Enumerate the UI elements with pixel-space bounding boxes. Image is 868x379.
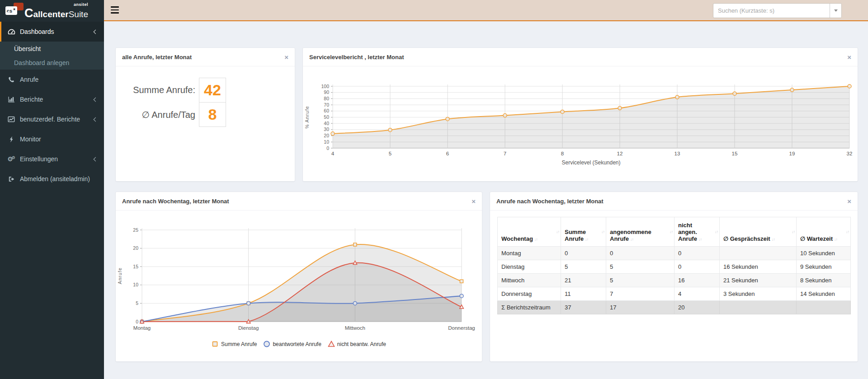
bar-chart-icon	[7, 96, 16, 103]
table-cell: 3 Sekunden	[720, 287, 797, 301]
data-point-marker	[618, 106, 622, 110]
sort-icon: ↓↑	[556, 229, 559, 234]
panel-title: Servicelevelbericht , letzter Monat	[309, 54, 404, 61]
panel-header: alle Anrufe, letzter Monat ×	[116, 48, 295, 66]
table-column-header[interactable]: nicht angen. Anrufe↓↑↓↑	[675, 217, 720, 247]
table-column-header[interactable]: Summe Anrufe↓↑↓↑	[561, 217, 606, 247]
table-head: Wochentag↓↑↓↑Summe Anrufe↓↑↓↑angenommene…	[498, 217, 851, 247]
table-cell: 17	[606, 301, 675, 314]
sidebar-item-anrufe[interactable]: Anrufe	[0, 70, 104, 89]
svg-text:Dienstag: Dienstag	[238, 325, 259, 331]
sort-icon: ↓↑	[585, 237, 588, 242]
metric-row-anrufe-tag: ∅ Anrufe/Tag 8	[116, 103, 295, 127]
gears-icon: ⚙⚙	[7, 156, 16, 162]
sidebar-item-benutzerdef-berichte[interactable]: benutzerdef. Berichte	[0, 109, 104, 129]
sidebar-item-abmelden[interactable]: Abmelden (ansiteladmin)	[0, 169, 104, 189]
data-point-marker	[331, 132, 335, 136]
servicelevel-chart: 0102030405060708090100456781213151932% A…	[303, 66, 857, 181]
sidebar-item-monitor[interactable]: Monitor	[0, 129, 104, 149]
svg-text:90: 90	[324, 89, 329, 95]
panel-anrufe-wochentag-table: Anrufe nach Wochentag, letzter Monat × W…	[490, 192, 858, 362]
svg-text:15: 15	[732, 151, 738, 156]
sidebar-item-label: benutzerdef. Berichte	[20, 116, 80, 123]
metrics: Summe Anrufe: 42 ∅ Anrufe/Tag 8	[116, 66, 295, 127]
sort-icon: ↓↑	[834, 237, 837, 242]
sidebar-item-einstellungen[interactable]: ⚙⚙ Einstellungen	[0, 149, 104, 169]
svg-text:5: 5	[136, 300, 138, 306]
legend-item[interactable]: Summe Anrufe	[212, 341, 257, 347]
panel-header: Anrufe nach Wochentag, letzter Monat ×	[116, 192, 482, 211]
sidebar-item-dashboards[interactable]: Dashboards	[0, 22, 104, 42]
submenu-item-label: Dashboard anlegen	[14, 59, 69, 66]
table-cell	[720, 247, 797, 260]
chevron-left-icon	[94, 97, 98, 102]
table-cell: 4	[675, 287, 720, 301]
svg-text:20: 20	[324, 133, 329, 138]
close-icon[interactable]: ×	[472, 198, 476, 205]
legend-label: nicht beantw. Anrufe	[337, 341, 386, 347]
data-point-marker	[733, 92, 736, 95]
table-column-header[interactable]: ∅ Wartezeit↓↑↓↑	[797, 217, 851, 247]
table-cell: 21	[561, 274, 606, 287]
table-cell: 0	[675, 260, 720, 274]
data-point-marker	[460, 280, 463, 283]
app-logo[interactable]: cs★ ansitel CallcenterSuite	[0, 0, 104, 22]
sort-icon: ↓↑	[792, 229, 795, 234]
svg-text:Montag: Montag	[133, 325, 151, 331]
column-label: nicht angen. Anrufe	[678, 222, 697, 242]
brand-light: Suite	[69, 9, 88, 19]
svg-text:60: 60	[324, 108, 329, 113]
search-input[interactable]	[713, 4, 830, 18]
svg-text:13: 13	[675, 151, 680, 156]
close-icon[interactable]: ×	[847, 54, 851, 61]
sidebar-item-label: Anrufe	[20, 76, 38, 83]
table-cell: 10 Sekunden	[797, 247, 851, 260]
column-label: ∅ Gesprächszeit	[723, 235, 770, 242]
svg-text:12: 12	[617, 151, 623, 156]
close-icon[interactable]: ×	[847, 198, 851, 205]
sort-icon: ↓↑	[630, 237, 633, 242]
svg-text:4: 4	[331, 151, 335, 156]
svg-text:7: 7	[504, 151, 506, 156]
brand-text: ansitel CallcenterSuite	[24, 3, 88, 19]
panel-title: Anrufe nach Wochentag, letzter Monat	[496, 198, 604, 205]
sidebar-item-label: Abmelden (ansiteladmin)	[20, 175, 90, 182]
sidebar-item-label: Monitor	[20, 136, 41, 143]
legend-label: Summe Anrufe	[221, 341, 257, 347]
legend-item[interactable]: beantwortete Anrufe	[263, 341, 321, 347]
table-column-header[interactable]: Wochentag↓↑↓↑	[498, 217, 561, 247]
column-label: Wochentag	[501, 235, 533, 242]
close-icon[interactable]: ×	[284, 54, 288, 61]
table-column-header[interactable]: ∅ Gesprächszeit↓↑↓↑	[720, 217, 797, 247]
sort-icon: ↓↑	[846, 229, 849, 234]
table-cell: Dienstag	[498, 260, 561, 274]
table-row: Montag00010 Sekunden	[498, 247, 851, 260]
svg-text:20: 20	[133, 245, 138, 251]
data-point-marker	[675, 95, 679, 99]
svg-text:10: 10	[133, 282, 138, 287]
sidebar-item-berichte[interactable]: Berichte	[0, 89, 104, 109]
panel-servicelevelbericht: Servicelevelbericht , letzter Monat × 01…	[302, 47, 858, 182]
table-row: Donnerstag11743 Sekunden14 Sekunden	[498, 287, 851, 301]
svg-text:32: 32	[847, 151, 853, 156]
submenu-item-label: Übersicht	[14, 45, 41, 52]
table-cell: 0	[561, 247, 606, 260]
metric-value: 42	[199, 78, 226, 103]
table-body: Montag00010 SekundenDienstag55016 Sekund…	[498, 247, 851, 314]
sidebar-toggle-button[interactable]	[111, 6, 119, 14]
svg-text:50: 50	[324, 114, 329, 120]
panel-title: alle Anrufe, letzter Monat	[122, 54, 192, 61]
metric-label: Summe Anrufe:	[116, 78, 195, 103]
legend-label: beantwortete Anrufe	[273, 341, 321, 347]
sidebar-item-uebersicht[interactable]: Übersicht	[0, 42, 104, 56]
legend-item[interactable]: nicht beantw. Anrufe	[328, 341, 386, 347]
logo-white-bubble: cs★	[5, 6, 17, 15]
sidebar-item-dashboard-anlegen[interactable]: Dashboard anlegen	[0, 56, 104, 70]
table-cell: 11	[561, 287, 606, 301]
legend-circle-icon	[263, 341, 270, 347]
svg-text:8: 8	[561, 151, 564, 156]
sort-icon: ↓↑	[534, 237, 538, 242]
table-cell: 16	[675, 274, 720, 287]
search-dropdown-button[interactable]	[830, 4, 841, 18]
table-column-header[interactable]: angenommene Anrufe↓↑↓↑	[606, 217, 675, 247]
